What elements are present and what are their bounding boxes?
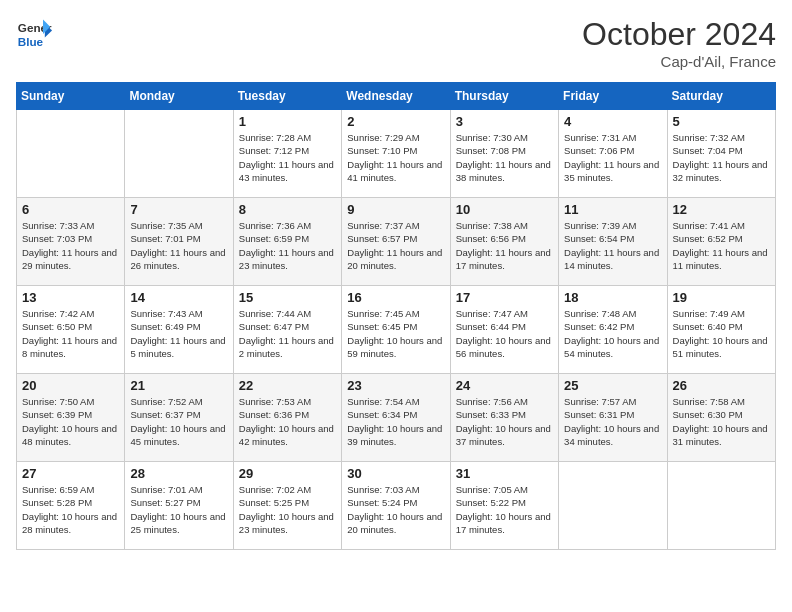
day-number: 12	[673, 202, 770, 217]
day-detail: Sunrise: 7:37 AMSunset: 6:57 PMDaylight:…	[347, 219, 444, 272]
calendar-cell: 3Sunrise: 7:30 AMSunset: 7:08 PMDaylight…	[450, 110, 558, 198]
day-detail: Sunrise: 7:53 AMSunset: 6:36 PMDaylight:…	[239, 395, 336, 448]
day-number: 18	[564, 290, 661, 305]
day-detail: Sunrise: 7:42 AMSunset: 6:50 PMDaylight:…	[22, 307, 119, 360]
calendar-cell: 7Sunrise: 7:35 AMSunset: 7:01 PMDaylight…	[125, 198, 233, 286]
day-number: 2	[347, 114, 444, 129]
day-detail: Sunrise: 7:47 AMSunset: 6:44 PMDaylight:…	[456, 307, 553, 360]
title-block: October 2024 Cap-d'Ail, France	[582, 16, 776, 70]
day-detail: Sunrise: 7:41 AMSunset: 6:52 PMDaylight:…	[673, 219, 770, 272]
day-detail: Sunrise: 7:52 AMSunset: 6:37 PMDaylight:…	[130, 395, 227, 448]
weekday-header-thursday: Thursday	[450, 83, 558, 110]
calendar-table: SundayMondayTuesdayWednesdayThursdayFrid…	[16, 82, 776, 550]
calendar-cell: 17Sunrise: 7:47 AMSunset: 6:44 PMDayligh…	[450, 286, 558, 374]
week-row-3: 13Sunrise: 7:42 AMSunset: 6:50 PMDayligh…	[17, 286, 776, 374]
day-detail: Sunrise: 6:59 AMSunset: 5:28 PMDaylight:…	[22, 483, 119, 536]
day-detail: Sunrise: 7:48 AMSunset: 6:42 PMDaylight:…	[564, 307, 661, 360]
calendar-cell	[125, 110, 233, 198]
calendar-cell: 23Sunrise: 7:54 AMSunset: 6:34 PMDayligh…	[342, 374, 450, 462]
day-detail: Sunrise: 7:58 AMSunset: 6:30 PMDaylight:…	[673, 395, 770, 448]
day-number: 11	[564, 202, 661, 217]
calendar-cell: 29Sunrise: 7:02 AMSunset: 5:25 PMDayligh…	[233, 462, 341, 550]
calendar-cell	[559, 462, 667, 550]
calendar-cell: 27Sunrise: 6:59 AMSunset: 5:28 PMDayligh…	[17, 462, 125, 550]
day-number: 7	[130, 202, 227, 217]
calendar-cell: 25Sunrise: 7:57 AMSunset: 6:31 PMDayligh…	[559, 374, 667, 462]
day-number: 31	[456, 466, 553, 481]
weekday-header-wednesday: Wednesday	[342, 83, 450, 110]
calendar-cell: 18Sunrise: 7:48 AMSunset: 6:42 PMDayligh…	[559, 286, 667, 374]
calendar-cell: 9Sunrise: 7:37 AMSunset: 6:57 PMDaylight…	[342, 198, 450, 286]
day-number: 4	[564, 114, 661, 129]
day-detail: Sunrise: 7:03 AMSunset: 5:24 PMDaylight:…	[347, 483, 444, 536]
day-detail: Sunrise: 7:33 AMSunset: 7:03 PMDaylight:…	[22, 219, 119, 272]
day-number: 23	[347, 378, 444, 393]
calendar-cell: 10Sunrise: 7:38 AMSunset: 6:56 PMDayligh…	[450, 198, 558, 286]
day-detail: Sunrise: 7:29 AMSunset: 7:10 PMDaylight:…	[347, 131, 444, 184]
weekday-header-sunday: Sunday	[17, 83, 125, 110]
page-header: General Blue October 2024 Cap-d'Ail, Fra…	[16, 16, 776, 70]
calendar-cell: 28Sunrise: 7:01 AMSunset: 5:27 PMDayligh…	[125, 462, 233, 550]
day-detail: Sunrise: 7:36 AMSunset: 6:59 PMDaylight:…	[239, 219, 336, 272]
day-number: 26	[673, 378, 770, 393]
weekday-header-friday: Friday	[559, 83, 667, 110]
day-detail: Sunrise: 7:32 AMSunset: 7:04 PMDaylight:…	[673, 131, 770, 184]
day-number: 14	[130, 290, 227, 305]
day-number: 20	[22, 378, 119, 393]
day-detail: Sunrise: 7:44 AMSunset: 6:47 PMDaylight:…	[239, 307, 336, 360]
calendar-cell: 15Sunrise: 7:44 AMSunset: 6:47 PMDayligh…	[233, 286, 341, 374]
day-detail: Sunrise: 7:54 AMSunset: 6:34 PMDaylight:…	[347, 395, 444, 448]
weekday-header-monday: Monday	[125, 83, 233, 110]
day-number: 13	[22, 290, 119, 305]
day-number: 29	[239, 466, 336, 481]
day-number: 19	[673, 290, 770, 305]
day-detail: Sunrise: 7:43 AMSunset: 6:49 PMDaylight:…	[130, 307, 227, 360]
calendar-cell: 13Sunrise: 7:42 AMSunset: 6:50 PMDayligh…	[17, 286, 125, 374]
calendar-cell: 12Sunrise: 7:41 AMSunset: 6:52 PMDayligh…	[667, 198, 775, 286]
svg-text:Blue: Blue	[18, 35, 44, 48]
day-detail: Sunrise: 7:39 AMSunset: 6:54 PMDaylight:…	[564, 219, 661, 272]
calendar-cell: 19Sunrise: 7:49 AMSunset: 6:40 PMDayligh…	[667, 286, 775, 374]
day-detail: Sunrise: 7:56 AMSunset: 6:33 PMDaylight:…	[456, 395, 553, 448]
location-subtitle: Cap-d'Ail, France	[582, 53, 776, 70]
day-number: 6	[22, 202, 119, 217]
calendar-cell: 1Sunrise: 7:28 AMSunset: 7:12 PMDaylight…	[233, 110, 341, 198]
calendar-cell: 24Sunrise: 7:56 AMSunset: 6:33 PMDayligh…	[450, 374, 558, 462]
week-row-2: 6Sunrise: 7:33 AMSunset: 7:03 PMDaylight…	[17, 198, 776, 286]
calendar-cell: 21Sunrise: 7:52 AMSunset: 6:37 PMDayligh…	[125, 374, 233, 462]
calendar-cell	[667, 462, 775, 550]
logo: General Blue	[16, 16, 52, 52]
calendar-cell: 14Sunrise: 7:43 AMSunset: 6:49 PMDayligh…	[125, 286, 233, 374]
day-number: 24	[456, 378, 553, 393]
weekday-header-saturday: Saturday	[667, 83, 775, 110]
day-detail: Sunrise: 7:49 AMSunset: 6:40 PMDaylight:…	[673, 307, 770, 360]
weekday-header-row: SundayMondayTuesdayWednesdayThursdayFrid…	[17, 83, 776, 110]
day-number: 9	[347, 202, 444, 217]
day-number: 16	[347, 290, 444, 305]
day-number: 5	[673, 114, 770, 129]
calendar-cell: 5Sunrise: 7:32 AMSunset: 7:04 PMDaylight…	[667, 110, 775, 198]
week-row-1: 1Sunrise: 7:28 AMSunset: 7:12 PMDaylight…	[17, 110, 776, 198]
day-number: 27	[22, 466, 119, 481]
day-number: 8	[239, 202, 336, 217]
day-detail: Sunrise: 7:30 AMSunset: 7:08 PMDaylight:…	[456, 131, 553, 184]
calendar-cell: 26Sunrise: 7:58 AMSunset: 6:30 PMDayligh…	[667, 374, 775, 462]
calendar-cell: 30Sunrise: 7:03 AMSunset: 5:24 PMDayligh…	[342, 462, 450, 550]
day-detail: Sunrise: 7:50 AMSunset: 6:39 PMDaylight:…	[22, 395, 119, 448]
day-number: 28	[130, 466, 227, 481]
day-detail: Sunrise: 7:45 AMSunset: 6:45 PMDaylight:…	[347, 307, 444, 360]
day-detail: Sunrise: 7:35 AMSunset: 7:01 PMDaylight:…	[130, 219, 227, 272]
weekday-header-tuesday: Tuesday	[233, 83, 341, 110]
day-detail: Sunrise: 7:38 AMSunset: 6:56 PMDaylight:…	[456, 219, 553, 272]
day-detail: Sunrise: 7:02 AMSunset: 5:25 PMDaylight:…	[239, 483, 336, 536]
calendar-cell: 11Sunrise: 7:39 AMSunset: 6:54 PMDayligh…	[559, 198, 667, 286]
day-number: 3	[456, 114, 553, 129]
day-number: 17	[456, 290, 553, 305]
calendar-cell: 31Sunrise: 7:05 AMSunset: 5:22 PMDayligh…	[450, 462, 558, 550]
week-row-5: 27Sunrise: 6:59 AMSunset: 5:28 PMDayligh…	[17, 462, 776, 550]
calendar-cell: 4Sunrise: 7:31 AMSunset: 7:06 PMDaylight…	[559, 110, 667, 198]
day-detail: Sunrise: 7:31 AMSunset: 7:06 PMDaylight:…	[564, 131, 661, 184]
day-detail: Sunrise: 7:01 AMSunset: 5:27 PMDaylight:…	[130, 483, 227, 536]
day-detail: Sunrise: 7:57 AMSunset: 6:31 PMDaylight:…	[564, 395, 661, 448]
day-number: 30	[347, 466, 444, 481]
